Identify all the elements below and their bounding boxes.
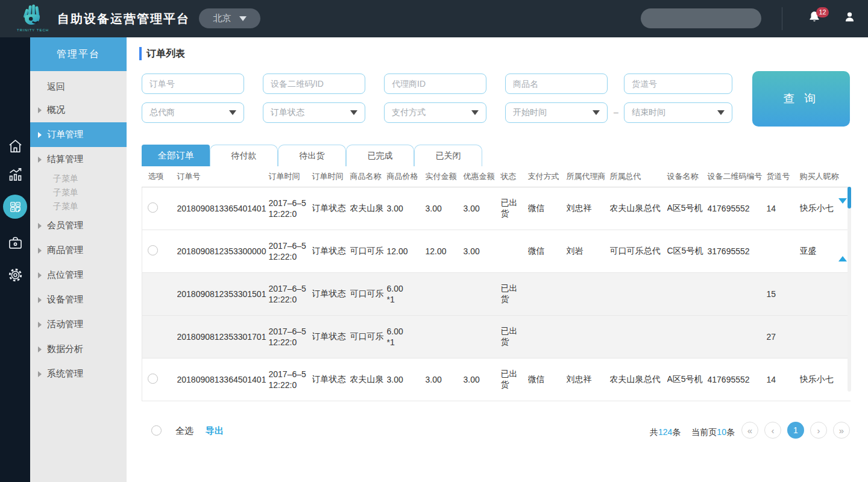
chevron-down-icon xyxy=(471,110,479,115)
sidebar-submenu-3[interactable]: 子菜单 xyxy=(30,199,127,213)
sidebar-item-devices[interactable]: 设备管理 xyxy=(30,287,127,312)
expand-row-icon[interactable] xyxy=(838,246,847,261)
city-label: 北京 xyxy=(213,13,231,24)
sidebar-item-overview[interactable]: 概况 xyxy=(30,98,127,122)
order-no-input[interactable] xyxy=(142,74,244,94)
sidebar-submenu-1[interactable]: 子菜单 xyxy=(30,172,127,186)
sidebar-submenu-2[interactable]: 子菜单 xyxy=(30,186,127,199)
gear-icon xyxy=(7,267,24,283)
cell-price: 3.00 xyxy=(387,187,426,230)
order-status-select[interactable]: 订单状态 xyxy=(263,102,365,123)
chevron-right-icon xyxy=(38,132,42,138)
table-header-row: 选项 订单号 订单时间 订单时间 商品名称 商品价格 实付金额 优惠金额 状态 … xyxy=(142,166,851,187)
tab-all-orders[interactable]: 全部订单 xyxy=(142,145,210,166)
select-all-label: 全选 xyxy=(175,425,193,437)
sidebar-item-activities[interactable]: 活动管理 xyxy=(30,312,127,337)
rail-analytics[interactable] xyxy=(0,166,30,183)
user-icon xyxy=(843,10,856,24)
table-scrollbar-thumb[interactable] xyxy=(848,187,851,208)
main-content: 订单列表 总代商 订单状态 支付方式 开始时间 – 结束时间 查 询 全部订单 … xyxy=(127,37,868,482)
export-link[interactable]: 导出 xyxy=(206,425,224,437)
total-count-text: 共124条 xyxy=(650,427,681,438)
device-qr-input[interactable] xyxy=(263,74,365,94)
end-time-select[interactable]: 结束时间 xyxy=(624,102,732,123)
brand-logo: TRINITY TECH xyxy=(17,2,48,36)
briefcase-icon xyxy=(7,235,24,251)
hand-logo-icon xyxy=(20,2,45,28)
cell-order-time: 2017–6–5 12:22:0 xyxy=(269,358,312,401)
start-time-select[interactable]: 开始时间 xyxy=(505,102,608,123)
chevron-right-icon xyxy=(38,322,42,328)
chevron-down-icon xyxy=(717,110,725,115)
row-radio[interactable] xyxy=(148,245,158,255)
pay-method-select[interactable]: 支付方式 xyxy=(384,102,486,123)
page-title-accent-bar xyxy=(139,47,142,60)
row-radio[interactable] xyxy=(148,374,158,384)
cell-price: 3.00 xyxy=(387,358,426,401)
page-count-text: 当前页10条 xyxy=(691,427,735,438)
rail-settings[interactable] xyxy=(0,267,30,283)
tab-closed[interactable]: 已关闭 xyxy=(414,145,482,166)
home-icon xyxy=(7,138,24,154)
cell-order-time: 2017–6–5 12:22:0 xyxy=(269,315,312,358)
tab-pending-shipment[interactable]: 待出货 xyxy=(278,145,346,166)
record-stats: 共124条 当前页10条 xyxy=(650,427,735,438)
chevron-down-icon xyxy=(229,110,236,115)
date-range-separator: – xyxy=(609,107,623,117)
product-name-input[interactable] xyxy=(505,74,608,94)
cell-price: 6.00 *1 xyxy=(387,315,426,358)
sidebar-item-system[interactable]: 系统管理 xyxy=(30,362,127,386)
sidebar-item-analytics[interactable]: 数据分析 xyxy=(30,337,127,362)
top-header: TRINITY TECH 自助设备运营管理平台 北京 12 xyxy=(0,0,868,37)
sidebar-item-products[interactable]: 商品管理 xyxy=(30,238,127,263)
select-all-radio[interactable] xyxy=(151,425,162,436)
sidebar: 管理平台 返回 概况 订单管理 结算管理 子菜单 子菜单 子菜单 会员管理 商品… xyxy=(30,37,127,482)
notification-badge: 12 xyxy=(816,7,829,17)
chevron-right-icon xyxy=(38,297,42,303)
user-menu-button[interactable] xyxy=(843,10,858,25)
cell-order-time: 2017–6–5 12:22:0 xyxy=(269,230,312,272)
pagination: « ‹ 1 › » xyxy=(741,422,850,439)
header-search xyxy=(641,8,761,28)
pagination-page-1[interactable]: 1 xyxy=(787,422,804,439)
cell-order-time: 2017–6–5 12:22:0 xyxy=(269,187,312,230)
pagination-last[interactable]: » xyxy=(833,422,850,439)
table-row: 2018090813365401401 2017–6–5 12:22:0 订单状… xyxy=(142,187,851,230)
cell-price: 6.00 *1 xyxy=(387,272,426,315)
chevron-right-icon xyxy=(38,371,42,377)
slot-no-input[interactable] xyxy=(624,74,732,94)
agent-id-input[interactable] xyxy=(384,74,486,94)
sidebar-item-members[interactable]: 会员管理 xyxy=(30,213,127,238)
pagination-prev[interactable]: ‹ xyxy=(764,422,781,439)
chevron-down-icon xyxy=(239,16,247,21)
table-subrow: 2018090812353301701 2017–6–5 12:22:0 订单状… xyxy=(142,315,851,358)
orders-grid-icon xyxy=(8,200,22,214)
chevron-right-icon xyxy=(38,272,42,278)
sidebar-item-locations[interactable]: 点位管理 xyxy=(30,263,127,287)
master-agent-select[interactable]: 总代商 xyxy=(142,102,244,123)
cell-order-time: 2017–6–5 12:22:0 xyxy=(269,272,312,315)
pagination-next[interactable]: › xyxy=(810,422,827,439)
chevron-down-icon xyxy=(593,110,600,115)
rail-briefcase[interactable] xyxy=(0,235,30,251)
bar-chart-icon xyxy=(7,166,24,183)
collapse-row-icon[interactable] xyxy=(838,198,847,213)
orders-table: 选项 订单号 订单时间 订单时间 商品名称 商品价格 实付金额 优惠金额 状态 … xyxy=(142,166,851,401)
sidebar-item-settlement[interactable]: 结算管理 xyxy=(30,147,127,172)
chevron-right-icon xyxy=(38,346,42,352)
chevron-right-icon xyxy=(38,157,42,163)
sidebar-item-orders[interactable]: 订单管理 xyxy=(30,122,127,147)
city-selector[interactable]: 北京 xyxy=(199,8,260,28)
tab-completed[interactable]: 已完成 xyxy=(346,145,414,166)
rail-home[interactable] xyxy=(0,138,30,154)
sidebar-title: 管理平台 xyxy=(30,37,127,71)
rail-orders[interactable] xyxy=(0,195,30,219)
sidebar-back[interactable]: 返回 xyxy=(30,76,127,98)
notifications-button[interactable]: 12 xyxy=(808,10,829,28)
search-input[interactable] xyxy=(641,8,764,28)
pagination-first[interactable]: « xyxy=(741,422,758,439)
tab-pending-payment[interactable]: 待付款 xyxy=(210,145,278,166)
chevron-right-icon xyxy=(38,248,42,254)
query-button[interactable]: 查 询 xyxy=(752,71,850,127)
row-radio[interactable] xyxy=(148,202,158,213)
